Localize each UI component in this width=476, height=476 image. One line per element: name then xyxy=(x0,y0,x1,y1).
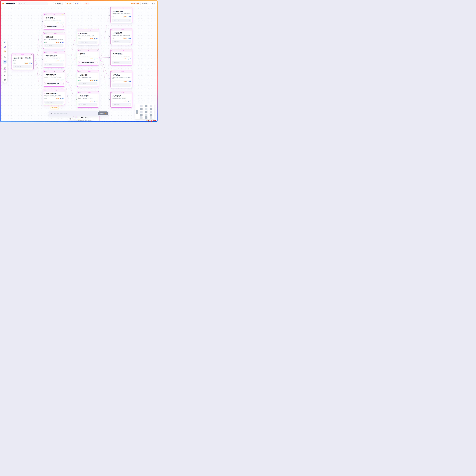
send-arrow-icon[interactable]: → xyxy=(129,104,130,105)
answer-button[interactable]: 回答 xyxy=(123,38,127,39)
node-card[interactable]: 子节点 › > 主题策划与深度探讨 围绕特定主题进行深入讨论，提供深度学习机会 … xyxy=(43,51,65,68)
generate-image-button[interactable]: 生图 xyxy=(128,101,131,102)
answer-button[interactable]: 回答 xyxy=(56,60,59,62)
node-card[interactable]: 子节点 › > 用户反馈收集 定期收集用户反馈，优化邮件列表服务内容 激活 回答 xyxy=(110,91,132,108)
answer-button[interactable]: 回答 xyxy=(123,58,127,60)
table-view-button[interactable] xyxy=(3,78,6,82)
api-settings-button[interactable]: API 设置 xyxy=(142,3,149,4)
answer-button[interactable]: 回答 xyxy=(90,80,93,81)
node-card[interactable]: 子节点 › > 合作伙伴推荐 与相关行业或领域的合作伙伴互相推广 激活 回答 xyxy=(77,70,99,87)
answer-button[interactable]: 回答 xyxy=(123,81,127,82)
node-card[interactable]: 子节点 › > 博客嵌入订阅表单 提供简洁明了的订阅表单，便于用户直接在博客上注… xyxy=(110,7,132,23)
scatter-mode-button[interactable]: 发散模式 xyxy=(50,106,59,109)
node-card[interactable]: 子节点 › > 多渠道发布与推广 利用社交媒体、邮件列表等多渠道扩大周刊影响力 … xyxy=(43,70,65,86)
followup-input[interactable]: › 输入后续问题 . . . → xyxy=(112,40,131,43)
send-arrow-icon[interactable]: → xyxy=(129,41,130,42)
followup-input[interactable]: › 输入后续问题 . . . → xyxy=(44,44,64,47)
reset-button[interactable]: 重置 xyxy=(83,2,90,5)
followup-input[interactable]: >_ 筛选整合的方案有哪些 → xyxy=(44,25,64,28)
generate-image-button[interactable]: 生图 xyxy=(60,80,64,81)
map-view-button[interactable] xyxy=(3,60,7,64)
answer-button[interactable]: 回答 xyxy=(123,16,127,17)
generate-image-button[interactable]: 生图 xyxy=(128,38,131,39)
generate-image-button[interactable]: 生图 xyxy=(29,63,32,64)
followup-input[interactable]: › 输入后续问题 . . . → xyxy=(112,18,131,22)
generate-image-button[interactable]: 生图 xyxy=(94,58,98,60)
answer-button[interactable]: 回答 xyxy=(56,98,59,99)
node-card[interactable]: 子节点 › > 反馈机制与持续优化 收集读者反馈，不断调整和优化周刊内容与形式 … xyxy=(43,89,65,105)
answer-button[interactable]: 回答 xyxy=(90,58,93,60)
generate-image-button[interactable]: 生图 xyxy=(60,98,64,99)
target-center-button[interactable] xyxy=(3,50,6,53)
generate-image-button[interactable]: 生图 xyxy=(60,42,64,43)
send-arrow-icon[interactable]: → xyxy=(129,62,130,63)
node-card[interactable]: 子节点 › > 在线论坛和社区 在相关论坛和社区中分享和讨论周刊内容 激活 回答 xyxy=(77,91,99,108)
focus-view-button[interactable] xyxy=(3,41,6,44)
followup-input[interactable]: >_ 有哪些不错的发布推广渠道 → xyxy=(44,82,64,85)
send-arrow-icon[interactable]: → xyxy=(129,20,130,21)
generate-image-button[interactable]: 生图 xyxy=(94,80,98,81)
send-arrow-icon[interactable]: → xyxy=(95,62,96,63)
node-card[interactable]: 子节点 › > 互动式订阅提示 使用弹出窗口或滚动提示，增加订阅的可见性和吸引力… xyxy=(110,49,132,66)
node-card[interactable]: 子节点 › > 读者互动机制 通过评论、投票等方式增加读者参与度，提升周刊活力 … xyxy=(43,32,65,49)
generate-image-button[interactable]: 生图 xyxy=(128,16,131,17)
chevron-down-icon[interactable] xyxy=(31,54,33,55)
answer-button[interactable]: 回答 xyxy=(56,80,59,81)
generate-image-button[interactable]: 生图 xyxy=(60,60,64,62)
generate-image-button[interactable]: 生图 xyxy=(60,22,64,24)
followup-input[interactable]: › 输入后续问题 . . . → xyxy=(112,61,131,64)
generate-image-button[interactable]: 生图 xyxy=(94,38,98,39)
summarize-button[interactable]: 总结 xyxy=(65,2,72,5)
node-card[interactable]: 子节点 › > 社交媒体平台 利用微博、微信公众号、抖音等平台进行推广 激活 回… xyxy=(77,29,99,45)
followup-input[interactable]: › 输入后续问题 . . . → xyxy=(78,41,98,44)
followup-input[interactable]: › 输入后续问题 . . . → xyxy=(13,65,32,68)
answer-button[interactable]: 回答 xyxy=(90,101,93,102)
send-arrow-icon[interactable]: → xyxy=(61,64,62,65)
edge-color-swatch[interactable] xyxy=(3,69,6,70)
submit-idea-button[interactable]: 提交想法 xyxy=(98,111,108,115)
followup-input[interactable]: › 输入后续问题 . . . → xyxy=(112,84,131,87)
send-arrow-icon[interactable]: → xyxy=(95,104,96,105)
export-button[interactable]: 导出 xyxy=(73,2,80,5)
node-card[interactable]: 子节点 › > 邮件列表 通过定期发送邮件给订阅者来维护读者群 激活 回答 xyxy=(77,49,99,66)
send-arrow-icon[interactable]: → xyxy=(61,83,62,84)
answer-button[interactable]: 回答 xyxy=(56,42,59,43)
followup-input[interactable]: › 输入后续问题 . . . → xyxy=(78,103,98,106)
branch-layout-button[interactable] xyxy=(3,55,6,59)
answer-button[interactable]: 回答 xyxy=(123,101,127,102)
answer-button[interactable]: 回答 xyxy=(25,63,28,64)
minimap[interactable] xyxy=(135,104,155,119)
search-input[interactable] xyxy=(21,3,46,4)
chat-with-graph-button[interactable]: 与图谱对话 xyxy=(131,3,139,4)
node-card[interactable]: 子节点 ›5 > 内容筛选与整合 定期更新学习资源，确保内容的相关性和高质量 激… xyxy=(43,13,65,30)
child-count-badge[interactable]: ›5 xyxy=(61,14,64,15)
layout-button[interactable] xyxy=(3,45,6,49)
demo-mode-button[interactable]: 演示模式 xyxy=(53,2,63,5)
palette-icon[interactable] xyxy=(4,67,6,69)
followup-input[interactable]: › 输入后续问题 . . . → xyxy=(44,101,64,104)
followup-input[interactable]: › 输入后续问题 . . . → xyxy=(112,103,131,106)
generate-image-button[interactable]: 生图 xyxy=(128,58,131,60)
send-arrow-icon[interactable]: → xyxy=(61,45,62,46)
send-arrow-icon[interactable]: → xyxy=(61,26,62,27)
chevron-down-icon[interactable] xyxy=(97,50,98,51)
node-card[interactable]: 子节点 › > 内容相关性诱导 通过提供高质量内容，激发用户订阅邮件列表的兴趣 … xyxy=(110,28,132,45)
chevron-down-icon[interactable] xyxy=(63,71,64,72)
language-toggle[interactable]: EN xyxy=(152,3,155,4)
node-card[interactable]: 子节点 › > 多平台集成 将博客与社交媒体、邮件营销工具等平台集成，实现数据共… xyxy=(110,70,132,88)
followup-input[interactable]: >_ 怎样在个人博客维护邮件列表 → xyxy=(78,61,98,64)
answer-button[interactable]: 回答 xyxy=(90,38,93,39)
followup-input[interactable]: › 输入后续问题 . . . → xyxy=(78,82,98,85)
send-arrow-icon[interactable]: → xyxy=(61,102,62,103)
answer-button[interactable]: 回答 xyxy=(56,22,59,24)
node-card[interactable]: 主节点 › > 如何持续性维护一份学习周刊 核心想法 激活 回答 xyxy=(12,53,34,70)
send-arrow-icon[interactable]: → xyxy=(95,42,96,43)
generate-image-button[interactable]: 生图 xyxy=(94,101,98,102)
send-arrow-icon[interactable]: → xyxy=(95,83,96,84)
search-box[interactable] xyxy=(18,2,48,5)
share-nodes-button[interactable] xyxy=(3,74,6,77)
followup-input[interactable]: › 输入后续问题 . . . → xyxy=(44,63,64,66)
generate-image-button[interactable]: 生图 xyxy=(128,81,131,82)
idea-input[interactable] xyxy=(54,113,98,114)
send-arrow-icon[interactable]: → xyxy=(30,66,31,68)
